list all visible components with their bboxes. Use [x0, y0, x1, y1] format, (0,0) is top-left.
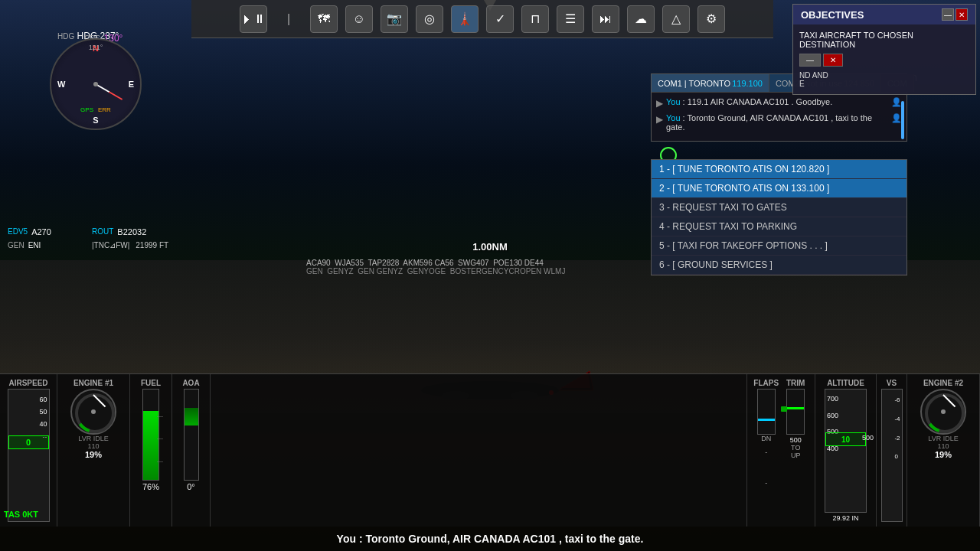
engine2-label: ENGINE #2: [923, 379, 963, 387]
com-msg-2: ▶ You : Toronto Ground, AIR CANADA AC101…: [656, 113, 902, 132]
altitude-indicator: 10: [825, 432, 866, 446]
engine2-gauge: [920, 389, 966, 435]
toolbar-cloud[interactable]: ☁: [627, 5, 655, 33]
com1-tab[interactable]: COM1 | TORONTO 119.100: [652, 74, 769, 92]
altitude-marks: 700 600 500 400: [827, 391, 838, 457]
atc-option-5[interactable]: 5 - [ TAXI FOR TAKEOFF OPTIONS . . . ]: [652, 236, 906, 256]
fuel-pct: 76%: [142, 482, 159, 491]
trim-label: TRIM: [783, 379, 809, 387]
toolbar-skip[interactable]: ⏭: [592, 5, 619, 33]
objectives-main-text: TAXI AIRCRAFT TO CHOSEN DESTINATION: [799, 31, 969, 49]
fuel-label: FUEL: [141, 379, 161, 387]
flaps-dash1: -: [753, 448, 779, 456]
speed-indicator: 0: [8, 435, 49, 449]
fuel-bar: — — —: [142, 389, 159, 481]
vs-marks: -6 -4 -2 0: [894, 391, 900, 467]
compass-e: E: [129, 80, 134, 89]
msg1-icon: ▶: [656, 98, 663, 109]
toolbar-circle[interactable]: ◎: [416, 5, 443, 33]
objectives-detail: ND ANDE: [799, 71, 969, 88]
toolbar-separator: |: [275, 5, 302, 33]
edv-label: EDV5: [8, 226, 28, 240]
toolbar-camera[interactable]: 📷: [381, 5, 408, 33]
com-scrollbar[interactable]: [901, 101, 904, 139]
objectives-minimize-btn[interactable]: —: [942, 8, 954, 21]
err-label: ERR: [98, 106, 111, 113]
aoa-label: AOA: [182, 379, 199, 387]
objectives-sub-close[interactable]: ✕: [823, 54, 843, 67]
objectives-sub-minimize[interactable]: —: [799, 54, 821, 67]
flaps-dash2: -: [753, 479, 779, 487]
rout-value: B22032: [117, 226, 146, 240]
toolbar-play-pause[interactable]: ⏵⏸: [240, 5, 267, 33]
edv-value: A270: [31, 226, 51, 240]
objectives-header: OBJECTIVES — ✕: [793, 5, 975, 24]
fuel-fill: [143, 411, 158, 480]
com-msg-1: ▶ You : 119.1 AIR CANADA AC101 . Goodbye…: [656, 97, 902, 109]
compass-s: S: [93, 116, 98, 125]
altitude-section: ALTITUDE 700 600 500 400 10 500 29.92 IN: [815, 374, 877, 527]
route-display: ROUT B22032 |TNC⊿FW| 21999 FT: [92, 226, 168, 252]
tas-display: TAS 0KT: [4, 510, 38, 519]
engine1-circle: [70, 389, 116, 435]
objectives-close-btn[interactable]: ✕: [956, 8, 968, 21]
trim-indicator: [786, 389, 805, 435]
aoa-section: AOA 0°: [172, 374, 211, 527]
com-messages: ▶ You : 119.1 AIR CANADA AC101 . Goodbye…: [652, 93, 906, 141]
atc-option-4[interactable]: 4 - REQUEST TAXI TO PARKING: [652, 217, 906, 236]
trim-to: TO: [783, 444, 809, 452]
compass: HDG HDG 237° CRS 130° N S E W 121° GPS E…: [46, 15, 138, 107]
objectives-panel: OBJECTIVES — ✕ TAXI AIRCRAFT TO CHOSEN D…: [792, 4, 976, 95]
gen-value: ENI: [28, 240, 41, 252]
toolbar-list[interactable]: ☰: [557, 5, 584, 33]
airspeed-label: AIRSPEED: [8, 379, 47, 387]
atc-options-panel: 1 - [ TUNE TORONTO ATIS ON 120.820 ] 2 -…: [651, 159, 907, 276]
engine1-label: ENGINE #1: [74, 379, 113, 387]
vs-section: VS -6 -4 -2 0: [877, 374, 907, 527]
bottom-message-bar: You : Toronto Ground, AIR CANADA AC101 ,…: [0, 527, 980, 551]
distance-display: 1.00NM: [472, 241, 508, 253]
left-info: EDV5 A270 GEN ENI: [8, 226, 51, 252]
toolbar-mountain[interactable]: △: [662, 5, 690, 33]
qnh-display: 29.92 IN: [832, 514, 858, 522]
engine2-circle: [920, 389, 966, 435]
airspeed-tape: 60 50 40 -- 0: [8, 389, 50, 522]
toolbar-check[interactable]: ✓: [486, 5, 514, 33]
altitude-ft: 21999 FT: [136, 240, 168, 252]
compass-w: W: [57, 80, 65, 89]
engine1-rpm: 110: [87, 442, 99, 450]
compass-center: [93, 82, 98, 86]
aoa-bar: [184, 389, 199, 481]
atc-option-3[interactable]: 3 - REQUEST TAXI TO GATES: [652, 198, 906, 217]
engine1-gauge: [70, 389, 116, 435]
atc-option-1[interactable]: 1 - [ TUNE TORONTO ATIS ON 120.820 ]: [652, 160, 906, 179]
objectives-controls: — ✕: [942, 8, 968, 21]
objectives-content: TAXI AIRCRAFT TO CHOSEN DESTINATION — ✕ …: [793, 24, 975, 94]
compass-ring: N S E W 121° GPS ERR: [50, 38, 142, 130]
toolbar-tower[interactable]: 🗼: [451, 5, 479, 33]
gps-label: GPS: [80, 106, 93, 113]
toolbar-landing[interactable]: ⊓: [521, 5, 549, 33]
objectives-sub-controls: — ✕: [799, 54, 969, 67]
vs-label: VS: [887, 379, 897, 387]
atc-option-2[interactable]: 2 - [ TUNE TORONTO ATIS ON 133.100 ]: [652, 179, 906, 198]
aoa-value: 0°: [187, 482, 195, 491]
bottom-instruments: AIRSPEED 60 50 40 -- 0 ENGINE #1: [0, 373, 980, 527]
atc-option-6[interactable]: 6 - [ GROUND SERVICES ]: [652, 256, 906, 275]
flaps-dn: DN: [753, 435, 779, 442]
engine2-section: ENGINE #2 LVR IDLE 110 19%: [907, 374, 980, 527]
engine1-pct: 19%: [85, 450, 102, 459]
flaps-label: FLAPS: [753, 379, 779, 387]
toolbar-settings[interactable]: ⚙: [697, 5, 725, 33]
airspeed-section: AIRSPEED 60 50 40 -- 0: [0, 374, 57, 527]
engine2-pct: 19%: [935, 450, 952, 459]
trim-value: 500: [783, 436, 809, 444]
toolbar-map[interactable]: 🗺: [310, 5, 338, 33]
hdg-label: HDG: [57, 32, 74, 41]
compass-needle: [96, 83, 123, 100]
center-spacer: [211, 374, 746, 527]
altitude-tape: 700 600 500 400 10 500: [825, 389, 867, 513]
engine2-center: [941, 409, 946, 414]
toolbar-face[interactable]: ☺: [345, 5, 373, 33]
flaps-trim-section: FLAPS DN - - TRIM 500 TO UP: [746, 374, 815, 527]
